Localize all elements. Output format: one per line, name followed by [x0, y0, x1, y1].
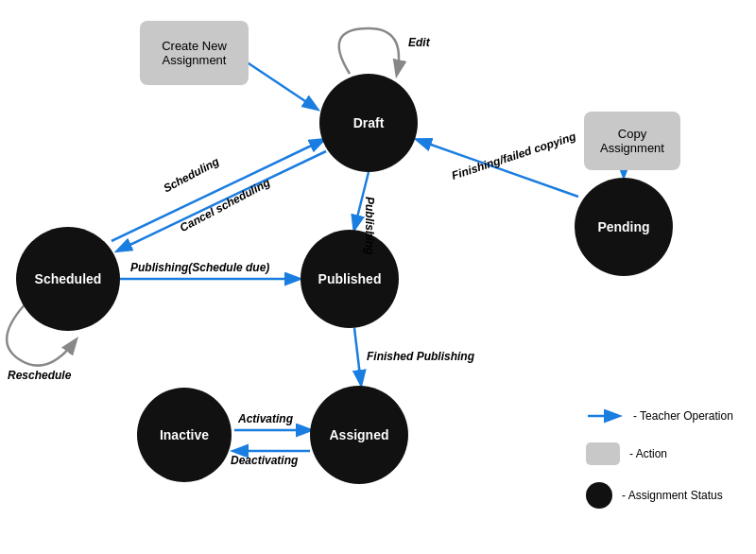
label-finished-publishing: Finished Publishing — [367, 350, 474, 363]
legend-teacher-op: - Teacher Operation — [586, 407, 737, 425]
legend-assignment-status-label: - Assignment Status — [622, 489, 723, 502]
svg-line-2 — [112, 140, 323, 241]
diagram: Draft Scheduled Published Inactive Assig… — [0, 0, 756, 554]
legend-action-box — [586, 442, 620, 465]
legend: - Teacher Operation - Action - Assignmen… — [586, 407, 737, 526]
action-copy-assignment[interactable]: Copy Assignment — [584, 112, 680, 170]
label-deactivating: Deactivating — [231, 454, 298, 467]
legend-teacher-op-label: - Teacher Operation — [633, 409, 733, 423]
legend-assignment-status: - Assignment Status — [586, 482, 737, 509]
legend-action: - Action — [586, 442, 737, 465]
label-edit: Edit — [408, 36, 430, 49]
label-cancel-scheduling: Cancel scheduling — [178, 176, 272, 234]
label-finishing-failed-copying: Finishing/failed copying — [450, 130, 577, 182]
state-scheduled: Scheduled — [16, 227, 120, 331]
label-publishing: Publishing — [363, 197, 376, 254]
legend-action-label: - Action — [629, 447, 667, 460]
svg-line-5 — [354, 328, 361, 384]
state-pending: Pending — [575, 178, 673, 276]
label-publishing-schedule-due: Publishing(Schedule due) — [130, 261, 269, 274]
label-reschedule: Reschedule — [8, 369, 71, 382]
label-activating: Activating — [238, 412, 293, 425]
label-scheduling: Scheduling — [161, 155, 221, 196]
legend-arrow-icon — [586, 407, 624, 425]
action-create-new[interactable]: Create New Assignment — [140, 21, 249, 85]
state-assigned: Assigned — [310, 386, 408, 484]
state-draft: Draft — [319, 74, 418, 172]
state-inactive: Inactive — [137, 388, 232, 482]
legend-circle-icon — [586, 482, 612, 509]
svg-line-0 — [246, 61, 317, 109]
state-published: Published — [301, 230, 399, 328]
